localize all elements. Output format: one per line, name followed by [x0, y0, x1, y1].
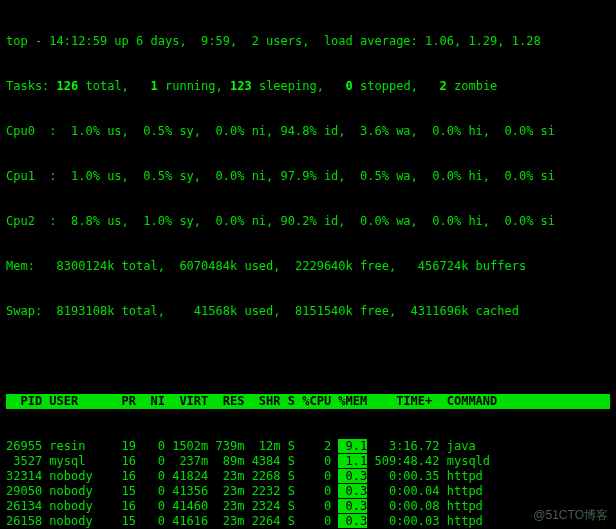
row-right: 0:00.03 httpd — [367, 514, 483, 528]
summary-cpu2: Cpu2 : 8.8% us, 1.0% sy, 0.0% ni, 90.2% … — [6, 214, 610, 229]
summary-cpu0: Cpu0 : 1.0% us, 0.5% sy, 0.0% ni, 94.8% … — [6, 124, 610, 139]
row-left: 26134 nobody 16 0 41460 23m 2324 S 0 — [6, 499, 338, 513]
summary-uptime: top - 14:12:59 up 6 days, 9:59, 2 users,… — [6, 34, 610, 49]
row-left: 32314 nobody 16 0 41824 23m 2268 S 0 — [6, 469, 338, 483]
row-right: 0:00.35 httpd — [367, 469, 483, 483]
process-row[interactable]: 26158 nobody 15 0 41616 23m 2264 S 0 0.3… — [6, 514, 610, 529]
process-row[interactable]: 29050 nobody 15 0 41356 23m 2232 S 0 0.3… — [6, 484, 610, 499]
process-row[interactable]: 3527 mysql 16 0 237m 89m 4384 S 0 1.1 50… — [6, 454, 610, 469]
summary-cpu1: Cpu1 : 1.0% us, 0.5% sy, 0.0% ni, 97.9% … — [6, 169, 610, 184]
row-mem: 1.1 — [338, 454, 367, 468]
row-left: 26158 nobody 15 0 41616 23m 2264 S 0 — [6, 514, 338, 528]
process-row[interactable]: 32314 nobody 16 0 41824 23m 2268 S 0 0.3… — [6, 469, 610, 484]
row-mem: 0.3 — [338, 514, 367, 528]
watermark: @51CTO博客 — [533, 508, 608, 523]
summary-mem: Mem: 8300124k total, 6070484k used, 2229… — [6, 259, 610, 274]
row-left: 29050 nobody 15 0 41356 23m 2232 S 0 — [6, 484, 338, 498]
row-right: 0:00.08 httpd — [367, 499, 483, 513]
row-right: 3:16.72 java — [367, 439, 475, 453]
row-right: 509:48.42 mysqld — [367, 454, 490, 468]
row-right: 0:00.04 httpd — [367, 484, 483, 498]
blank-line — [6, 349, 610, 364]
process-row[interactable]: 26955 resin 19 0 1502m 739m 12m S 2 9.1 … — [6, 439, 610, 454]
row-mem: 0.3 — [338, 469, 367, 483]
summary-swap: Swap: 8193108k total, 41568k used, 81515… — [6, 304, 610, 319]
row-mem: 0.3 — [338, 484, 367, 498]
process-row[interactable]: 26134 nobody 16 0 41460 23m 2324 S 0 0.3… — [6, 499, 610, 514]
row-mem: 0.3 — [338, 499, 367, 513]
row-mem: 9.1 — [338, 439, 367, 453]
process-list: 26955 resin 19 0 1502m 739m 12m S 2 9.1 … — [6, 439, 610, 529]
terminal[interactable]: top - 14:12:59 up 6 days, 9:59, 2 users,… — [0, 0, 616, 529]
row-left: 26955 resin 19 0 1502m 739m 12m S 2 — [6, 439, 338, 453]
column-headers: PID USER PR NI VIRT RES SHR S %CPU %MEM … — [6, 394, 610, 409]
row-left: 3527 mysql 16 0 237m 89m 4384 S 0 — [6, 454, 338, 468]
summary-tasks: Tasks: 126 total, 1 running, 123 sleepin… — [6, 79, 610, 94]
